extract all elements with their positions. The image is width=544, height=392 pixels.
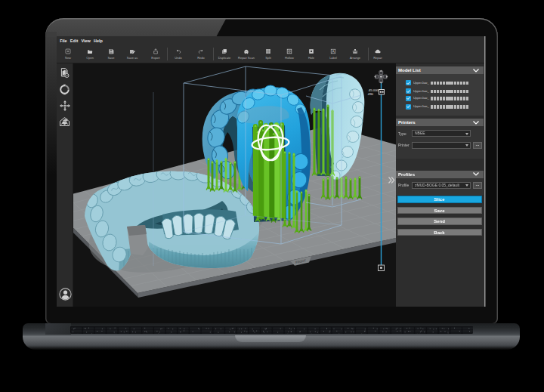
svg-text:490: 490	[368, 92, 374, 96]
svg-text:A: A	[332, 50, 335, 54]
